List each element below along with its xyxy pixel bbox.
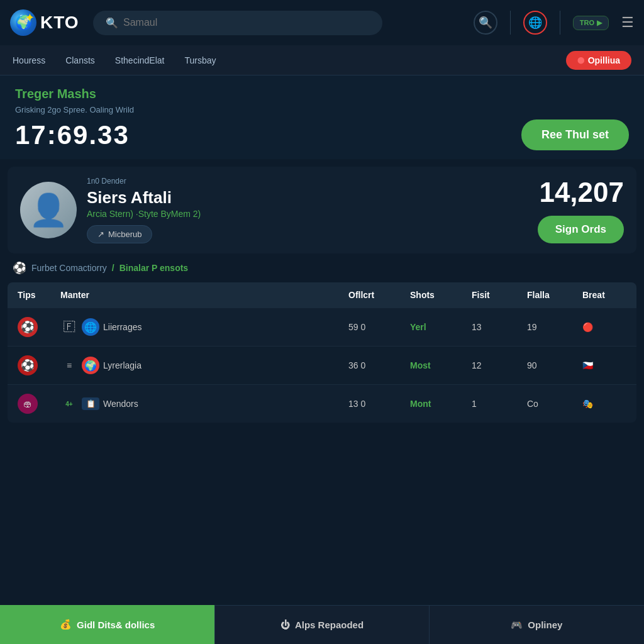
globe-button[interactable]: 🌐	[523, 11, 547, 35]
row1-team: 🇫 🌐 Liierrages	[60, 318, 343, 336]
row1-sport-icon: ⚽	[18, 317, 38, 337]
row1-flalla: 19	[527, 322, 577, 332]
row1-fisit: 13	[472, 322, 522, 332]
player-description: Arcia Stern) ·Styte ByMem 2)	[87, 209, 528, 219]
bottom-bar: 💰 Gidl Dits& dollics ⏻ Alps Repaoded 🎮 O…	[0, 605, 644, 644]
row1-flag2: 🌐	[82, 318, 99, 336]
col-tips: Tips	[18, 290, 55, 300]
breadcrumb-current: Binalar P ensots	[119, 263, 188, 273]
row2-shots: Most	[410, 360, 467, 370]
nav-item-sthecindelat[interactable]: SthecindElat	[115, 53, 165, 68]
menu-button[interactable]: ☰	[621, 14, 634, 31]
nav-item-houress[interactable]: Houress	[13, 53, 45, 68]
logo-globe-icon: 🌍	[10, 9, 36, 36]
nav-item-clansts[interactable]: Clansts	[65, 53, 95, 68]
nav-bar: Houress Clansts SthecindElat Tursbay Opi…	[0, 45, 644, 75]
row2-breat-icon: 🇨🇿	[582, 360, 593, 370]
bottom-bar-item3[interactable]: 🎮 Opliney	[430, 605, 644, 644]
promo-row: 17:69.33 Ree Thul set	[15, 119, 629, 150]
row3-team-name: Wendors	[103, 399, 138, 409]
col-ofllcrt: Ofllcrt	[348, 290, 405, 300]
divider2	[560, 11, 560, 35]
share-icon: ↗	[97, 230, 104, 239]
search-bar[interactable]: 🔍	[93, 11, 382, 35]
play-icon: ▶	[597, 19, 602, 27]
breadcrumb-icon: ⚽	[13, 261, 26, 275]
player-score: 14,207	[539, 177, 624, 208]
col-manter: Manter	[60, 290, 343, 300]
logo-area: 🌍 KTO	[10, 9, 86, 36]
row3-flalla: Co	[527, 399, 577, 409]
row3-flag1: 4+	[60, 395, 78, 413]
bottom-bar-item2[interactable]: ⏻ Alps Repaoded	[214, 605, 429, 644]
search-icon: 🔍	[106, 17, 118, 29]
globe-icon: 🌐	[528, 16, 542, 30]
divider	[510, 11, 511, 35]
live-badge[interactable]: TRO ▶	[573, 16, 609, 30]
logo-text: KTO	[40, 13, 79, 33]
promo-cta-button[interactable]: Ree Thul set	[521, 119, 629, 150]
row1-shots: Yerl	[410, 322, 467, 332]
row3-breat-icon: 🎭	[582, 399, 593, 409]
row2-sport-icon: ⚽	[18, 355, 38, 375]
promo-timer: 17:69.33	[15, 120, 130, 150]
row1-tips: ⚽	[18, 317, 55, 337]
promo-title: Treger Mashs	[15, 87, 629, 101]
row2-team: ≡ 🌍 Lyrerlagia	[60, 357, 343, 374]
player-right: 14,207 Sign Ords	[538, 177, 624, 243]
bottom-bar-item1[interactable]: 💰 Gidl Dits& dollics	[0, 605, 214, 644]
row3-sport-icon: 🏟	[18, 394, 38, 414]
row2-flalla: 90	[527, 360, 577, 370]
header-icons: 🔍 🌐 TRO ▶ ☰	[474, 11, 634, 35]
bottom-label3: Opliney	[528, 619, 562, 630]
breadcrumb-separator: /	[112, 263, 114, 273]
row3-shots: Mont	[410, 399, 467, 409]
nav-item-tursbay[interactable]: Tursbay	[184, 53, 216, 68]
row2-ofllcrt: 36 0	[348, 360, 405, 370]
col-shots: Shots	[410, 290, 467, 300]
row1-flag1: 🇫	[60, 318, 78, 336]
row2-fisit: 12	[472, 360, 522, 370]
row3-flag2: 📋	[82, 397, 99, 410]
row2-team-name: Lyrerlagia	[103, 360, 142, 370]
row3-fisit: 1	[472, 399, 522, 409]
bottom-icon2: ⏻	[280, 619, 290, 630]
row3-team: 4+ 📋 Wendors	[60, 395, 343, 413]
breadcrumb: ⚽ Furbet Comactiorry / Binalar P ensots	[0, 253, 644, 282]
player-subtitle: 1n0 Dender	[87, 177, 528, 186]
table-row[interactable]: ⚽ ≡ 🌍 Lyrerlagia 36 0 Most 12 90 🇨🇿	[8, 346, 636, 384]
row3-tips: 🏟	[18, 394, 55, 414]
table-row[interactable]: ⚽ 🇫 🌐 Liierrages 59 0 Yerl 13 19 🔴	[8, 308, 636, 346]
nav-right: Opilliua	[566, 51, 631, 70]
col-flalla: Flalla	[527, 290, 577, 300]
bottom-icon1: 💰	[60, 619, 72, 630]
row2-breat: 🇨🇿	[582, 360, 626, 370]
live-label: TRO	[580, 19, 594, 26]
header: 🌍 KTO 🔍 🔍 🌐 TRO ▶ ☰	[0, 0, 644, 45]
search-input[interactable]	[123, 17, 370, 28]
row1-breat: 🔴	[582, 322, 626, 332]
promo-subtitle: Grisking 2go Spree. Oaling Wrild	[15, 105, 629, 114]
bottom-label2: Alps Repaoded	[295, 619, 364, 630]
row2-tips: ⚽	[18, 355, 55, 375]
search-button[interactable]: 🔍	[474, 11, 497, 35]
player-action-label: Micberub	[108, 230, 142, 239]
row2-flag2: 🌍	[82, 357, 99, 374]
player-action-button[interactable]: ↗ Micberub	[87, 225, 152, 243]
promo-section: Treger Mashs Grisking 2go Spree. Oaling …	[0, 75, 644, 159]
player-avatar: 👤	[20, 182, 77, 238]
row1-breat-icon: 🔴	[582, 322, 593, 332]
row1-ofllcrt: 59 0	[348, 322, 405, 332]
table-header: Tips Manter Ofllcrt Shots Fisit Flalla B…	[8, 282, 636, 308]
player-section: 👤 1n0 Dender Siers Aftali Arcia Stern) ·…	[8, 167, 636, 253]
sign-ords-button[interactable]: Sign Ords	[538, 216, 624, 243]
opilliua-button[interactable]: Opilliua	[566, 51, 631, 70]
row3-breat: 🎭	[582, 399, 626, 409]
row2-flag1: ≡	[60, 357, 78, 374]
player-name: Siers Aftali	[87, 188, 528, 208]
row3-ofllcrt: 13 0	[348, 399, 405, 409]
table-row[interactable]: 🏟 4+ 📋 Wendors 13 0 Mont 1 Co 🎭	[8, 384, 636, 423]
breadcrumb-link[interactable]: Furbet Comactiorry	[31, 263, 107, 273]
player-info: 1n0 Dender Siers Aftali Arcia Stern) ·St…	[87, 177, 528, 243]
col-fisit: Fisit	[472, 290, 522, 300]
